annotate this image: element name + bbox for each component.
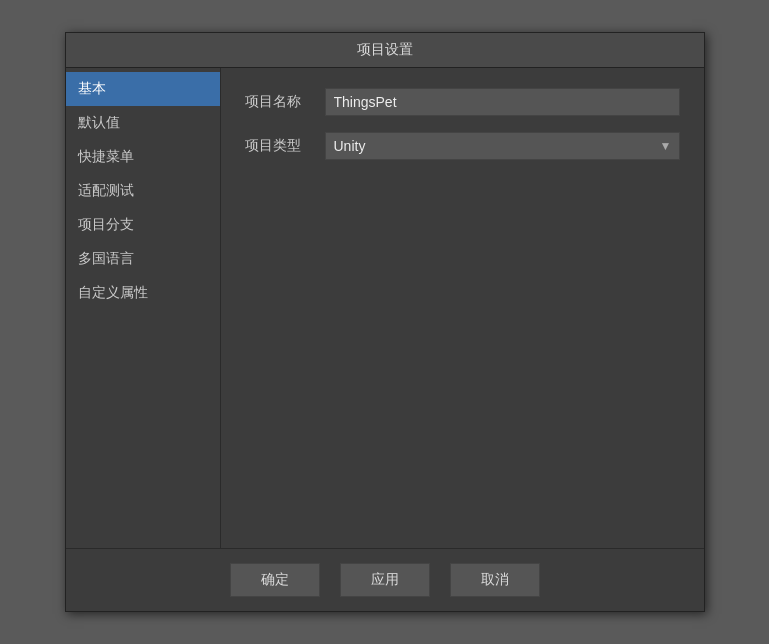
sidebar-item-project-branch[interactable]: 项目分支 xyxy=(66,208,220,242)
title-bar: 项目设置 xyxy=(66,33,704,68)
dialog-title: 项目设置 xyxy=(357,41,413,57)
project-type-select-wrapper: Unity Cocos Other ▼ xyxy=(325,132,680,160)
project-name-label: 项目名称 xyxy=(245,93,325,111)
project-type-row: 项目类型 Unity Cocos Other ▼ xyxy=(245,132,680,160)
sidebar-item-multilang[interactable]: 多国语言 xyxy=(66,242,220,276)
project-type-label: 项目类型 xyxy=(245,137,325,155)
sidebar-item-adapt-test[interactable]: 适配测试 xyxy=(66,174,220,208)
cancel-button[interactable]: 取消 xyxy=(450,563,540,597)
project-name-input[interactable] xyxy=(325,88,680,116)
apply-button[interactable]: 应用 xyxy=(340,563,430,597)
confirm-button[interactable]: 确定 xyxy=(230,563,320,597)
footer: 确定 应用 取消 xyxy=(66,548,704,611)
dialog-window: 项目设置 基本 默认值 快捷菜单 适配测试 项目分支 多国语言 自 xyxy=(65,32,705,612)
main-content: 项目名称 项目类型 Unity Cocos Other ▼ xyxy=(221,68,704,548)
project-type-select[interactable]: Unity Cocos Other xyxy=(325,132,680,160)
sidebar-item-custom-attr[interactable]: 自定义属性 xyxy=(66,276,220,310)
sidebar-item-defaults[interactable]: 默认值 xyxy=(66,106,220,140)
sidebar-item-basic[interactable]: 基本 xyxy=(66,72,220,106)
dialog-body: 基本 默认值 快捷菜单 适配测试 项目分支 多国语言 自定义属性 xyxy=(66,68,704,548)
sidebar: 基本 默认值 快捷菜单 适配测试 项目分支 多国语言 自定义属性 xyxy=(66,68,221,548)
project-name-row: 项目名称 xyxy=(245,88,680,116)
sidebar-item-shortcut-menu[interactable]: 快捷菜单 xyxy=(66,140,220,174)
